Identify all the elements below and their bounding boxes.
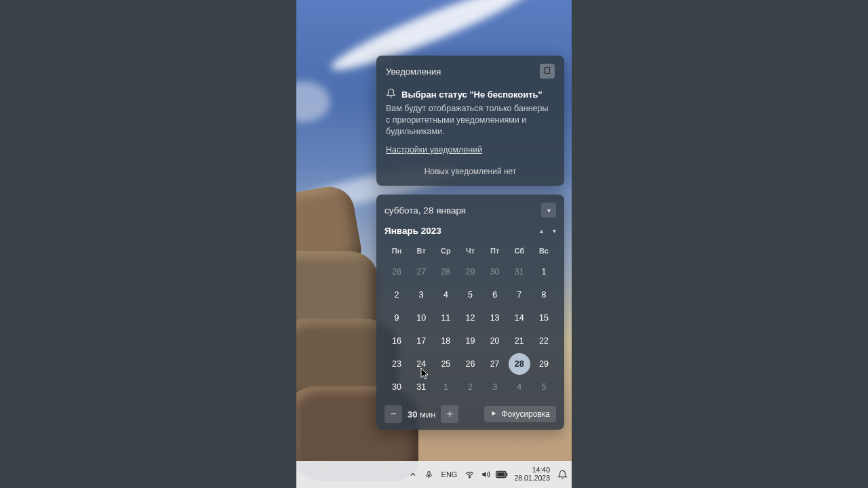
calendar-day-today[interactable]: 28 bbox=[509, 353, 530, 375]
desktop-viewport: Уведомления Выбран статус "Не беспокоить… bbox=[296, 0, 572, 488]
dnd-status-title: Выбран статус "Не беспокоить" bbox=[401, 89, 542, 100]
calendar-today-long[interactable]: суббота, 28 января bbox=[384, 205, 466, 216]
calendar-day[interactable]: 11 bbox=[433, 306, 458, 329]
calendar-day[interactable]: 2 bbox=[458, 375, 482, 399]
calendar-day[interactable]: 27 bbox=[483, 352, 507, 375]
focus-duration-unit: мин bbox=[420, 409, 435, 420]
calendar-collapse-button[interactable]: ▾ bbox=[541, 203, 556, 218]
calendar-day[interactable]: 14 bbox=[507, 306, 532, 329]
calendar-next-month[interactable]: ▾ bbox=[553, 227, 556, 235]
calendar-day[interactable]: 5 bbox=[532, 375, 556, 399]
calendar-day[interactable]: 9 bbox=[384, 306, 409, 329]
notification-settings-link[interactable]: Настройки уведомлений bbox=[386, 145, 482, 155]
calendar-panel: суббота, 28 января ▾ Январь 2023 ▴ ▾ ПнВ… bbox=[376, 195, 564, 430]
calendar-day[interactable]: 22 bbox=[532, 329, 556, 352]
calendar-day[interactable]: 31 bbox=[507, 260, 532, 283]
tray-overflow-button[interactable] bbox=[408, 469, 418, 480]
bell-dnd-icon bbox=[557, 470, 568, 480]
svg-rect-0 bbox=[545, 67, 550, 73]
focus-duration: 30 мин bbox=[408, 409, 435, 420]
calendar-day[interactable]: 31 bbox=[409, 375, 433, 399]
calendar-day[interactable]: 15 bbox=[532, 306, 556, 329]
notification-center-button[interactable] bbox=[557, 469, 568, 480]
notifications-settings-button[interactable] bbox=[540, 64, 555, 79]
notifications-panel: Уведомления Выбран статус "Не беспокоить… bbox=[376, 56, 564, 186]
sliders-icon bbox=[543, 66, 551, 77]
calendar-day[interactable]: 29 bbox=[532, 352, 556, 375]
chevron-up-icon bbox=[409, 470, 417, 479]
calendar-day[interactable]: 3 bbox=[483, 375, 507, 399]
calendar-day[interactable]: 27 bbox=[409, 260, 433, 283]
calendar-dow: Сб bbox=[507, 243, 532, 260]
focus-button-label: Фокусировка bbox=[501, 409, 550, 419]
focus-increase-button[interactable]: + bbox=[441, 405, 458, 423]
taskbar-clock[interactable]: 14:40 28.01.2023 bbox=[513, 466, 551, 482]
calendar-day[interactable]: 21 bbox=[507, 329, 532, 352]
calendar-day[interactable]: 8 bbox=[532, 283, 556, 306]
calendar-day[interactable]: 13 bbox=[483, 306, 507, 329]
calendar-day[interactable]: 5 bbox=[458, 283, 482, 306]
calendar-day[interactable]: 29 bbox=[458, 260, 482, 283]
calendar-prev-month[interactable]: ▴ bbox=[540, 227, 543, 235]
calendar-day[interactable]: 23 bbox=[384, 352, 409, 375]
svg-rect-6 bbox=[498, 472, 505, 476]
triangle-up-icon: ▴ bbox=[540, 227, 543, 235]
calendar-month-label[interactable]: Январь 2023 bbox=[384, 226, 441, 236]
calendar-day[interactable]: 7 bbox=[507, 283, 532, 306]
calendar-dow: Ср bbox=[433, 243, 458, 260]
speaker-icon bbox=[481, 470, 490, 479]
calendar-day[interactable]: 4 bbox=[507, 375, 532, 399]
battery-button[interactable] bbox=[496, 469, 507, 480]
calendar-dow: Вс bbox=[532, 243, 556, 260]
wifi-button[interactable] bbox=[464, 469, 475, 480]
focus-duration-stepper: − 30 мин + bbox=[384, 405, 458, 423]
calendar-dow: Пн bbox=[384, 243, 409, 260]
calendar-day[interactable]: 26 bbox=[458, 352, 482, 375]
dnd-status-body: Вам будут отображаться только баннеры с … bbox=[386, 103, 555, 138]
volume-button[interactable] bbox=[480, 469, 491, 480]
calendar-dow: Чт bbox=[458, 243, 482, 260]
calendar-day[interactable]: 24 bbox=[409, 352, 433, 375]
chevron-down-icon: ▾ bbox=[547, 207, 551, 214]
language-indicator[interactable]: ENG bbox=[440, 470, 459, 479]
calendar-day[interactable]: 4 bbox=[433, 283, 458, 306]
calendar-dow: Вт bbox=[409, 243, 433, 260]
notifications-title: Уведомления bbox=[386, 66, 441, 77]
minus-icon: − bbox=[390, 408, 396, 420]
calendar-day[interactable]: 30 bbox=[483, 260, 507, 283]
calendar-day[interactable]: 16 bbox=[384, 329, 409, 352]
taskbar: ENG 14:40 28.01.2023 bbox=[296, 461, 572, 488]
calendar-day[interactable]: 1 bbox=[433, 375, 458, 399]
calendar-day[interactable]: 18 bbox=[433, 329, 458, 352]
no-new-notifications: Новых уведомлений нет bbox=[386, 167, 555, 179]
focus-duration-value: 30 bbox=[408, 409, 417, 420]
microphone-button[interactable] bbox=[424, 469, 435, 480]
focus-start-button[interactable]: Фокусировка bbox=[484, 406, 556, 422]
wallpaper-cloud bbox=[296, 81, 330, 122]
battery-icon bbox=[496, 470, 508, 479]
wifi-icon bbox=[465, 470, 475, 480]
calendar-day[interactable]: 3 bbox=[409, 283, 433, 306]
calendar-day[interactable]: 2 bbox=[384, 283, 409, 306]
calendar-grid: ПнВтСрЧтПтСбВс26272829303112345678910111… bbox=[384, 243, 556, 399]
calendar-day[interactable]: 20 bbox=[483, 329, 507, 352]
calendar-day[interactable]: 12 bbox=[458, 306, 482, 329]
taskbar-date: 28.01.2023 bbox=[514, 474, 550, 483]
calendar-day[interactable]: 17 bbox=[409, 329, 433, 352]
svg-point-4 bbox=[469, 476, 471, 478]
calendar-day[interactable]: 10 bbox=[409, 306, 433, 329]
microphone-icon bbox=[425, 470, 433, 479]
svg-rect-3 bbox=[428, 471, 430, 475]
calendar-day[interactable]: 28 bbox=[433, 260, 458, 283]
calendar-day[interactable]: 19 bbox=[458, 329, 482, 352]
calendar-day[interactable]: 25 bbox=[433, 352, 458, 375]
dnd-bell-icon bbox=[386, 88, 396, 100]
triangle-down-icon: ▾ bbox=[553, 227, 556, 235]
calendar-day[interactable]: 30 bbox=[384, 375, 409, 399]
svg-rect-7 bbox=[507, 473, 508, 476]
calendar-day[interactable]: 1 bbox=[532, 260, 556, 283]
plus-icon: + bbox=[447, 408, 453, 420]
calendar-day[interactable]: 6 bbox=[483, 283, 507, 306]
focus-decrease-button[interactable]: − bbox=[384, 405, 402, 423]
calendar-day[interactable]: 26 bbox=[384, 260, 409, 283]
